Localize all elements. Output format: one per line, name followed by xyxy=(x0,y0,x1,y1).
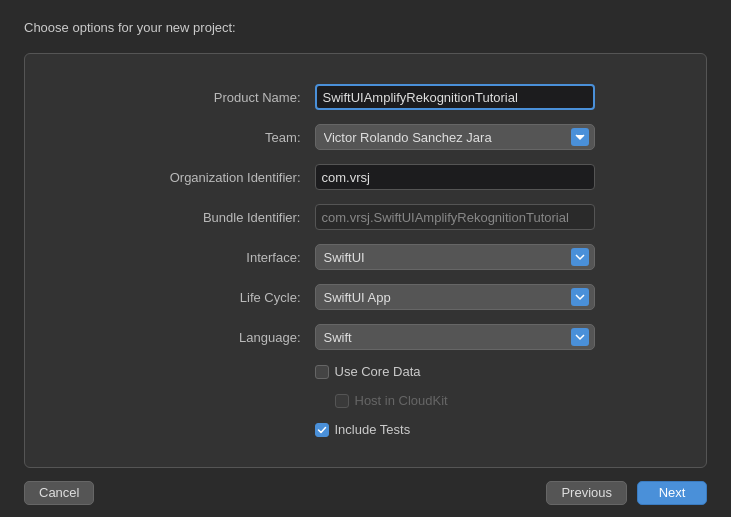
language-select-wrapper: Swift xyxy=(315,324,595,350)
use-core-data-row: Use Core Data xyxy=(315,364,605,379)
team-label: Team: xyxy=(127,130,307,145)
content-area: Product Name: Team: Victor Rolando Sanch… xyxy=(24,53,707,468)
lifecycle-select-wrapper: SwiftUI App xyxy=(315,284,595,310)
org-identifier-input[interactable] xyxy=(315,164,595,190)
product-name-input[interactable] xyxy=(315,84,595,110)
interface-select[interactable]: SwiftUI xyxy=(315,244,595,270)
host-in-cloudkit-row: Host in CloudKit xyxy=(315,393,605,408)
lifecycle-label: Life Cycle: xyxy=(127,290,307,305)
bundle-identifier-label: Bundle Identifier: xyxy=(127,210,307,225)
interface-label: Interface: xyxy=(127,250,307,265)
host-in-cloudkit-checkbox xyxy=(335,394,349,408)
language-label: Language: xyxy=(127,330,307,345)
host-in-cloudkit-label: Host in CloudKit xyxy=(355,393,448,408)
include-tests-row: Include Tests xyxy=(315,422,605,437)
team-select-wrapper: Victor Rolando Sanchez Jara xyxy=(315,124,595,150)
cancel-button[interactable]: Cancel xyxy=(24,481,94,505)
org-identifier-label: Organization Identifier: xyxy=(127,170,307,185)
dialog: Choose options for your new project: Pro… xyxy=(0,0,731,468)
previous-button[interactable]: Previous xyxy=(546,481,627,505)
footer: Cancel Previous Next xyxy=(0,468,731,517)
form: Product Name: Team: Victor Rolando Sanch… xyxy=(127,84,605,437)
footer-left: Cancel xyxy=(24,481,546,505)
interface-select-wrapper: SwiftUI xyxy=(315,244,595,270)
bundle-identifier-input xyxy=(315,204,595,230)
include-tests-label: Include Tests xyxy=(335,422,411,437)
use-core-data-checkbox[interactable] xyxy=(315,365,329,379)
footer-right: Previous Next xyxy=(546,481,707,505)
lifecycle-select[interactable]: SwiftUI App xyxy=(315,284,595,310)
product-name-label: Product Name: xyxy=(127,90,307,105)
use-core-data-label: Use Core Data xyxy=(335,364,421,379)
dialog-title: Choose options for your new project: xyxy=(24,20,707,35)
language-select[interactable]: Swift xyxy=(315,324,595,350)
include-tests-checkbox[interactable] xyxy=(315,423,329,437)
team-select[interactable]: Victor Rolando Sanchez Jara xyxy=(315,124,595,150)
next-button[interactable]: Next xyxy=(637,481,707,505)
